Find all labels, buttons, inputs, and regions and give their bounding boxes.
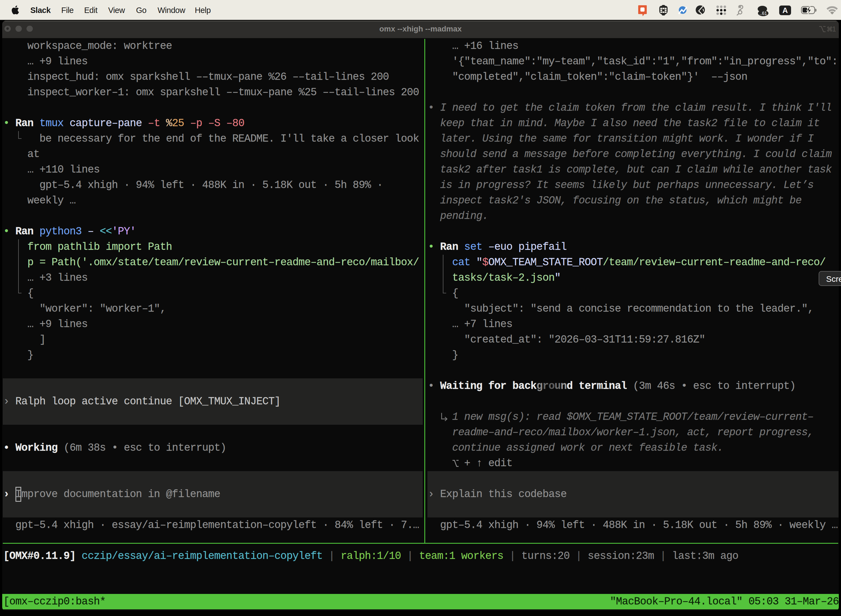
svg-text:..61: ..61 (759, 11, 767, 16)
svg-text:A: A (782, 6, 788, 15)
